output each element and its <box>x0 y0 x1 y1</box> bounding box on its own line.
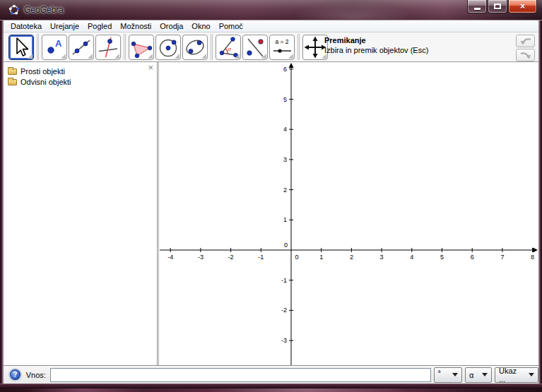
y-tick-label: 1 <box>283 216 287 223</box>
menu-item-datoteka[interactable]: Datoteka <box>6 21 46 31</box>
title-bar[interactable]: GeoGebra × <box>0 0 542 20</box>
y-tick-label: 4 <box>283 126 287 133</box>
y-tick-label: 2 <box>283 186 287 194</box>
close-button[interactable]: × <box>508 0 537 13</box>
tool-angle-button[interactable]: α <box>216 35 241 60</box>
command-input[interactable] <box>50 368 431 382</box>
chevron-down-icon <box>482 373 488 376</box>
dropdown-label: Ukaz ... <box>499 367 524 384</box>
y-tick-label: 3 <box>283 156 287 163</box>
y-tick-label: -1 <box>281 277 287 284</box>
x-axis-arrow-icon <box>533 248 538 253</box>
x-tick-label: 2 <box>350 254 353 261</box>
y-tick-label: -2 <box>281 307 287 314</box>
x-tick-label: 4 <box>410 254 413 261</box>
tool-dropdown-corner-icon[interactable] <box>28 54 33 59</box>
tool-ellipse-button[interactable] <box>182 35 208 60</box>
minimize-button[interactable] <box>467 0 487 13</box>
tool-line-button[interactable] <box>69 35 94 60</box>
menu-bar: DatotekaUrejanjePogledMožnostiOrodjaOkno… <box>4 20 538 32</box>
help-icon[interactable]: ? <box>10 369 20 380</box>
tool-polygon-button[interactable] <box>129 35 154 60</box>
x-tick-label: 8 <box>531 254 534 261</box>
tool-perpendicular-line-button[interactable] <box>95 35 121 60</box>
tool-dropdown-corner-icon[interactable] <box>148 54 153 59</box>
tool-mirror-button[interactable] <box>242 35 268 60</box>
tool-circle-button[interactable] <box>155 35 181 60</box>
maximize-button[interactable] <box>488 0 507 13</box>
toolbar-separator <box>124 34 126 60</box>
x-tick-label: 6 <box>471 254 474 261</box>
chevron-down-icon <box>452 373 458 376</box>
toolbar-separator <box>37 34 39 60</box>
x-tick-label: 5 <box>440 254 444 261</box>
tool-dropdown-corner-icon[interactable] <box>288 54 293 59</box>
undo-icon <box>518 36 534 47</box>
redo-icon <box>518 50 534 61</box>
active-tool-subtitle: Izbira in premik objektov (Esc) <box>324 46 428 54</box>
algebra-node-odvisni-objekti[interactable]: Odvisni objekti <box>8 76 157 87</box>
window-frame-bottom <box>0 384 542 388</box>
input-label: Vnos: <box>26 371 46 379</box>
menu-item-pogled[interactable]: Pogled <box>83 21 116 31</box>
tool-dropdown-corner-icon[interactable] <box>235 54 240 59</box>
panel-splitter[interactable] <box>158 62 159 365</box>
dropdown-label: α <box>469 371 473 379</box>
exponent-dropdown[interactable]: ª <box>434 367 462 383</box>
undo-button[interactable] <box>516 35 535 47</box>
x-tick-label: 0 <box>295 254 298 261</box>
chevron-down-icon <box>529 373 534 376</box>
x-tick-label: -2 <box>228 254 234 261</box>
menu-item-urejanje[interactable]: Urejanje <box>46 21 83 31</box>
toolbar-separator <box>211 34 213 60</box>
greek-letter-dropdown[interactable]: α <box>465 367 492 383</box>
folder-icon <box>8 69 17 75</box>
window-controls: × <box>466 0 537 13</box>
algebra-close-icon[interactable]: × <box>148 63 153 72</box>
toolbar-separator <box>297 34 300 60</box>
geogebra-logo-icon <box>8 4 20 16</box>
coordinate-axes: -4-3-2-1012345678-3-2-10123456 <box>160 62 538 365</box>
tool-dropdown-corner-icon[interactable] <box>201 54 206 59</box>
x-tick-label: 3 <box>380 254 384 261</box>
close-icon: × <box>520 1 525 11</box>
tool-dropdown-corner-icon[interactable] <box>61 54 66 59</box>
algebra-view: × Prosti objektiOdvisni objekti <box>4 62 158 365</box>
redo-button[interactable] <box>516 49 535 61</box>
svg-text:a = 2: a = 2 <box>275 38 288 45</box>
menu-item-okno[interactable]: Okno <box>187 21 214 31</box>
algebra-node-prosti-objekti[interactable]: Prosti objekti <box>8 66 157 76</box>
tool-dropdown-corner-icon[interactable] <box>114 54 119 59</box>
algebra-tree: Prosti objektiOdvisni objekti <box>4 62 157 87</box>
tool-move-button[interactable] <box>8 35 34 60</box>
algebra-node-label: Prosti objekti <box>20 67 65 76</box>
undo-redo-group <box>516 34 535 62</box>
y-tick-label: 0 <box>284 242 288 249</box>
menu-item-pomo[interactable]: Pomoč <box>215 21 247 31</box>
tool-dropdown-corner-icon[interactable] <box>261 54 266 59</box>
y-axis-arrow-icon <box>289 63 294 68</box>
graphics-view[interactable]: -4-3-2-1012345678-3-2-10123456 <box>160 62 538 365</box>
y-tick-label: 6 <box>283 66 287 73</box>
x-tick-label: 7 <box>500 254 504 261</box>
svg-text:α: α <box>228 45 232 52</box>
toolbar: Aαa = 2 Premikanje Izbira in premik obje… <box>4 32 538 62</box>
tool-point-button[interactable]: A <box>42 35 67 60</box>
x-tick-label: -1 <box>258 254 264 261</box>
command-dropdown[interactable]: Ukaz ... <box>495 367 538 383</box>
tool-dropdown-corner-icon[interactable] <box>175 54 179 59</box>
menu-item-monosti[interactable]: Možnosti <box>116 21 155 31</box>
active-tool-title: Premikanje <box>324 36 428 44</box>
active-tool-caption: Premikanje Izbira in premik objektov (Es… <box>324 36 428 54</box>
folder-icon <box>8 79 17 85</box>
svg-text:A: A <box>55 38 62 49</box>
algebra-node-label: Odvisni objekti <box>20 78 71 86</box>
y-tick-label: -3 <box>281 337 287 344</box>
tool-dropdown-corner-icon[interactable] <box>88 54 93 59</box>
menu-item-orodja[interactable]: Orodja <box>155 21 187 31</box>
input-bar: ? Vnos: ªαUkaz ... <box>4 365 538 384</box>
window-frame-right <box>539 20 542 388</box>
input-dropdowns: ªαUkaz ... <box>431 367 538 383</box>
tool-slider-button[interactable]: a = 2 <box>269 35 295 60</box>
maximize-icon <box>494 4 501 9</box>
